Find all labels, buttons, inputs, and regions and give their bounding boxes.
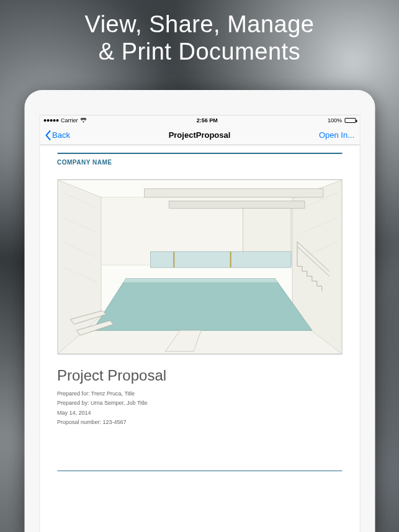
document-title: Project Proposal [57,367,342,384]
prepared-for-line: Prepared for: Trenz Pruca, Title [57,389,342,399]
tablet-screen: Carrier 2:56 PM 100% Back ProjectProposa… [39,115,360,532]
document-illustration [57,179,342,354]
promo-line-2: & Print Documents [0,38,399,66]
battery-percent-label: 100% [328,117,342,124]
svg-marker-15 [123,279,277,282]
battery-icon [344,118,356,123]
chevron-left-icon [45,130,51,140]
back-label: Back [52,130,70,140]
proposal-number-line: Proposal number: 123-4567 [57,418,342,427]
document-page: COMPANY NAME [40,145,359,532]
svg-marker-5 [144,189,323,197]
prepared-by-line: Prepared by: Urna Semper, Job Title [57,399,342,408]
wifi-icon [81,118,87,123]
signal-strength-icon [43,119,58,122]
company-name-label: COMPANY NAME [57,159,342,166]
status-bar: Carrier 2:56 PM 100% [40,115,359,125]
carrier-label: Carrier [61,117,78,124]
nav-title: ProjectProposal [40,130,359,140]
footer-rule [57,471,342,471]
svg-marker-14 [92,279,312,330]
nav-bar: Back ProjectProposal Open In... [40,125,359,145]
open-in-button[interactable]: Open In... [319,130,354,140]
document-date-line: May 14, 2014 [57,408,342,418]
promo-headline: View, Share, Manage & Print Documents [0,11,399,65]
svg-marker-6 [169,201,305,209]
svg-rect-8 [150,251,291,268]
clock-label: 2:56 PM [197,117,218,124]
document-meta: Prepared for: Trenz Pruca, Title Prepare… [57,389,342,427]
tablet-device-frame: Carrier 2:56 PM 100% Back ProjectProposa… [24,90,375,532]
header-rule [57,153,342,154]
back-button[interactable]: Back [45,130,70,140]
promo-line-1: View, Share, Manage [0,11,399,38]
